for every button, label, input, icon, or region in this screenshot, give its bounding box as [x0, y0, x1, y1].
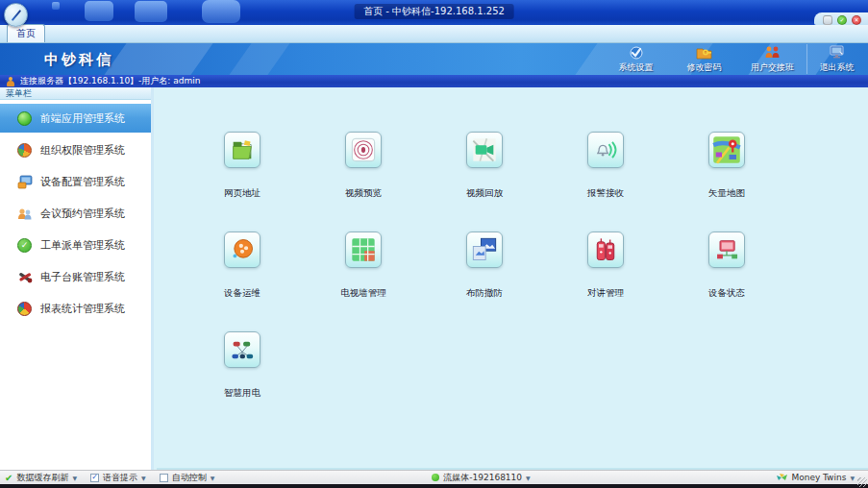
connection-status-text: 连接服务器【192.168.1.10】-用户名: admin	[20, 75, 200, 87]
auto-control-checkbox[interactable]	[160, 474, 168, 482]
change-password-button[interactable]: 修改密码	[670, 44, 738, 74]
e-ledger-icon	[16, 269, 33, 285]
tab-home[interactable]: 首页	[7, 24, 45, 42]
sidebar-menu: 前端应用管理系统 组织权限管理系统 设备配置管理系统	[0, 100, 151, 323]
app-video-playback[interactable]: 视频回放	[424, 132, 545, 232]
app-label: 视频回放	[466, 187, 503, 200]
bottom-edge	[0, 484, 868, 488]
voice-prompt-label: 语音提示	[103, 472, 137, 484]
titlebar-ghost-icon	[135, 1, 167, 22]
sidebar-item-work-order[interactable]: 工单派单管理系统	[0, 231, 151, 259]
titlebar-ghost-icon	[202, 0, 240, 23]
exit-system-button[interactable]: 退出系统	[806, 44, 866, 74]
sidebar-item-label: 前端应用管理系统	[40, 111, 125, 126]
sidebar-item-front-app[interactable]: 前端应用管理系统	[0, 104, 151, 133]
app-label: 矢量地图	[708, 187, 745, 200]
app-alarm-receive[interactable]: 报警接收	[545, 132, 666, 232]
window-controls	[823, 15, 861, 25]
system-settings-button[interactable]: 系统设置	[602, 44, 670, 74]
app-label: 视频预览	[345, 187, 382, 200]
action-label: 修改密码	[687, 61, 722, 74]
app-window: 首页 - 中钞科信-192.168.1.252 首页 中钞科信 系统设置	[0, 0, 868, 488]
voice-prompt-checkbox[interactable]	[90, 474, 99, 482]
device-config-icon	[16, 174, 33, 190]
app-video-preview[interactable]: 视频预览	[303, 132, 424, 232]
intercom-icon	[587, 232, 624, 268]
device-ops-icon	[224, 232, 260, 268]
sidebar-item-label: 组织权限管理系统	[40, 143, 125, 158]
app-label: 网页地址	[224, 187, 260, 200]
auto-control-label: 自动控制	[172, 472, 207, 484]
meeting-booking-icon	[16, 206, 33, 222]
app-grid: 网页地址 视频预览	[157, 87, 868, 431]
report-stats-icon	[16, 301, 33, 317]
titlebar-ghost-icon	[52, 2, 60, 10]
app-label: 对讲管理	[587, 287, 624, 300]
settings-icon	[628, 45, 645, 61]
action-label: 退出系统	[820, 61, 855, 74]
user-shift-button[interactable]: 用户交接班	[738, 44, 806, 74]
sidebar-item-e-ledger[interactable]: 电子台账管理系统	[0, 262, 151, 291]
app-device-ops[interactable]: 设备运维	[182, 232, 303, 331]
sidebar-item-report-stats[interactable]: 报表统计管理系统	[0, 294, 151, 323]
resize-grip[interactable]	[857, 477, 867, 487]
app-label: 报警接收	[587, 187, 624, 200]
sidebar-item-label: 设备配置管理系统	[40, 175, 125, 189]
app-smart-power[interactable]: 智慧用电	[182, 331, 303, 431]
sidebar-item-label: 电子台账管理系统	[40, 270, 125, 284]
front-app-icon	[16, 110, 33, 127]
password-icon	[696, 45, 713, 61]
header-streak	[104, 43, 212, 75]
app-vector-map[interactable]: 矢量地图	[666, 132, 787, 232]
app-device-status[interactable]: 设备状态	[666, 232, 787, 331]
online-status-icon	[432, 474, 439, 481]
titlebar: 首页 - 中钞科信-192.168.1.252	[0, 0, 868, 25]
brand-title: 中钞科信	[44, 51, 113, 69]
app-intercom[interactable]: 对讲管理	[545, 232, 666, 331]
dropdown-arrow-icon[interactable]	[850, 473, 855, 482]
action-label: 系统设置	[619, 61, 654, 74]
close-button[interactable]	[852, 15, 861, 25]
app-webpage[interactable]: 网页地址	[182, 132, 303, 232]
sidebar-item-meeting-booking[interactable]: 会议预约管理系统	[0, 199, 151, 228]
shift-handover-icon	[764, 45, 781, 61]
device-status-icon	[708, 232, 745, 268]
header-streak	[229, 43, 289, 75]
sidebar-title: 菜单栏	[0, 87, 151, 100]
dropdown-arrow-icon[interactable]	[211, 473, 215, 482]
app-arm-disarm[interactable]: 布防撤防	[424, 232, 545, 331]
video-preview-icon	[345, 132, 382, 168]
exit-icon	[829, 45, 846, 61]
dropdown-arrow-icon[interactable]	[526, 473, 531, 482]
tv-wall-icon	[345, 232, 382, 268]
auto-control-control[interactable]: 自动控制	[160, 472, 215, 484]
alarm-receive-icon	[587, 132, 624, 168]
maximize-button[interactable]	[837, 15, 847, 25]
compass-needle-icon	[12, 10, 22, 21]
smart-power-icon	[224, 331, 260, 368]
check-icon	[5, 473, 12, 483]
app-tv-wall[interactable]: 电视墙管理	[303, 232, 424, 331]
tab-strip: 首页	[0, 25, 868, 43]
dropdown-arrow-icon[interactable]	[72, 473, 77, 482]
sidebar: 菜单栏 前端应用管理系统 组织权限管理系统 设备配置管理系统	[0, 87, 154, 470]
sidebar-item-org-permission[interactable]: 组织权限管理系统	[0, 135, 151, 164]
cache-refresh-control[interactable]: 数据缓存刷新	[5, 472, 77, 484]
money-twins-control[interactable]: Money Twins	[777, 473, 855, 482]
voice-prompt-control[interactable]: 语音提示	[90, 472, 146, 484]
status-bar: 数据缓存刷新 语音提示 自动控制 流媒体-192168110	[0, 470, 868, 484]
action-label: 用户交接班	[751, 61, 794, 74]
sidebar-item-label: 工单派单管理系统	[40, 238, 125, 253]
stream-media-control[interactable]: 流媒体-192168110	[432, 472, 530, 484]
vector-map-icon	[708, 132, 745, 168]
minimize-button[interactable]	[823, 15, 832, 25]
stream-media-label: 流媒体-192168110	[443, 472, 522, 484]
sidebar-item-device-config[interactable]: 设备配置管理系统	[0, 167, 151, 196]
dropdown-arrow-icon[interactable]	[141, 473, 146, 482]
user-icon	[6, 77, 14, 86]
webpage-icon	[224, 132, 260, 168]
money-twins-label: Money Twins	[791, 473, 846, 482]
app-label: 布防撤防	[466, 287, 503, 300]
app-logo-icon[interactable]	[4, 3, 28, 27]
sidebar-item-label: 会议预约管理系统	[40, 207, 125, 221]
